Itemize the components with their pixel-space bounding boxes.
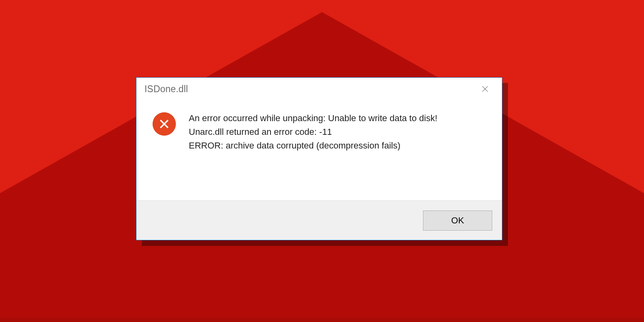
- error-icon: [153, 112, 176, 136]
- ok-button-label: OK: [451, 215, 464, 226]
- dialog-titlebar: ISDone.dll: [136, 78, 502, 100]
- dialog-content: An error occurred while unpacking: Unabl…: [136, 100, 502, 200]
- error-dialog: ISDone.dll An error occurred while unpac…: [136, 77, 502, 240]
- dialog-message: An error occurred while unpacking: Unabl…: [189, 111, 486, 200]
- close-button[interactable]: [474, 81, 496, 97]
- close-icon: [481, 85, 489, 93]
- message-line-2: Unarc.dll returned an error code: -11: [189, 125, 486, 139]
- message-line-3: ERROR: archive data corrupted (decompres…: [189, 139, 486, 153]
- dialog-footer: OK: [136, 200, 502, 240]
- dialog-title: ISDone.dll: [144, 84, 188, 95]
- error-icon-container: [153, 111, 189, 200]
- message-line-1: An error occurred while unpacking: Unabl…: [189, 111, 486, 125]
- ok-button[interactable]: OK: [423, 211, 492, 231]
